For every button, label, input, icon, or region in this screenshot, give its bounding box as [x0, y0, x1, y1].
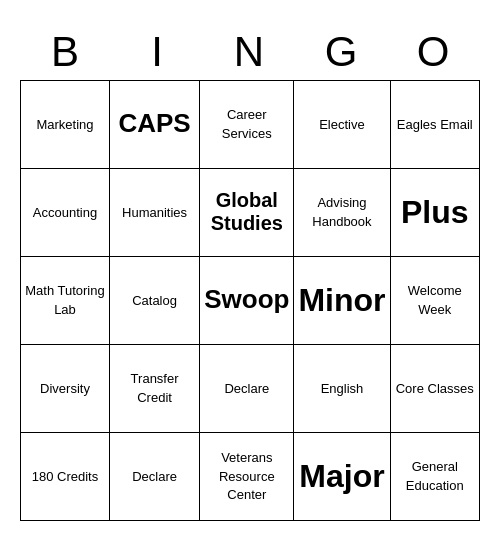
grid-cell-3-2: Declare — [200, 344, 294, 432]
cell-text: Career Services — [222, 107, 272, 141]
grid-cell-0-2: Career Services — [200, 80, 294, 168]
grid-cell-1-4: Plus — [390, 168, 480, 256]
grid-cell-2-4: Welcome Week — [390, 256, 480, 344]
grid-cell-4-3: Major — [294, 432, 390, 520]
grid-cell-4-2: Veterans Resource Center — [200, 432, 294, 520]
bingo-card: B I N G O MarketingCAPSCareer ServicesEl… — [20, 24, 480, 521]
grid-cell-0-1: CAPS — [109, 80, 199, 168]
cell-text: Welcome Week — [408, 283, 462, 317]
grid-cell-3-1: Transfer Credit — [109, 344, 199, 432]
cell-text: 180 Credits — [32, 469, 98, 484]
cell-text: Minor — [298, 282, 385, 318]
grid-cell-1-2: Global Studies — [200, 168, 294, 256]
grid-cell-0-3: Elective — [294, 80, 390, 168]
grid-cell-1-3: Advising Handbook — [294, 168, 390, 256]
header-i: I — [112, 24, 204, 80]
grid-cell-2-3: Minor — [294, 256, 390, 344]
header-g: G — [296, 24, 388, 80]
header-o: O — [388, 24, 480, 80]
cell-text: Accounting — [33, 205, 97, 220]
cell-text: CAPS — [118, 108, 190, 138]
grid-cell-2-0: Math Tutoring Lab — [21, 256, 110, 344]
grid-cell-4-0: 180 Credits — [21, 432, 110, 520]
cell-text: Humanities — [122, 205, 187, 220]
cell-text: Global Studies — [211, 189, 283, 234]
cell-text: Catalog — [132, 293, 177, 308]
grid-cell-2-1: Catalog — [109, 256, 199, 344]
cell-text: Plus — [401, 194, 469, 230]
grid-cell-3-4: Core Classes — [390, 344, 480, 432]
header-b: B — [20, 24, 112, 80]
grid-cell-2-2: Swoop — [200, 256, 294, 344]
cell-text: Eagles Email — [397, 117, 473, 132]
grid-cell-1-0: Accounting — [21, 168, 110, 256]
cell-text: Declare — [224, 381, 269, 396]
cell-text: Advising Handbook — [312, 195, 371, 229]
grid-cell-4-4: General Education — [390, 432, 480, 520]
grid-cell-0-4: Eagles Email — [390, 80, 480, 168]
cell-text: Diversity — [40, 381, 90, 396]
grid-cell-3-0: Diversity — [21, 344, 110, 432]
cell-text: Transfer Credit — [131, 371, 179, 405]
grid-cell-0-0: Marketing — [21, 80, 110, 168]
cell-text: Major — [299, 458, 384, 494]
cell-text: Elective — [319, 117, 365, 132]
grid-cell-4-1: Declare — [109, 432, 199, 520]
grid-cell-3-3: English — [294, 344, 390, 432]
cell-text: Veterans Resource Center — [219, 450, 275, 503]
cell-text: Swoop — [204, 284, 289, 314]
cell-text: Marketing — [36, 117, 93, 132]
cell-text: Math Tutoring Lab — [25, 283, 105, 317]
bingo-header: B I N G O — [20, 24, 480, 80]
cell-text: General Education — [406, 459, 464, 493]
header-n: N — [204, 24, 296, 80]
cell-text: English — [321, 381, 364, 396]
cell-text: Core Classes — [396, 381, 474, 396]
bingo-grid: MarketingCAPSCareer ServicesElectiveEagl… — [20, 80, 480, 521]
grid-cell-1-1: Humanities — [109, 168, 199, 256]
cell-text: Declare — [132, 469, 177, 484]
